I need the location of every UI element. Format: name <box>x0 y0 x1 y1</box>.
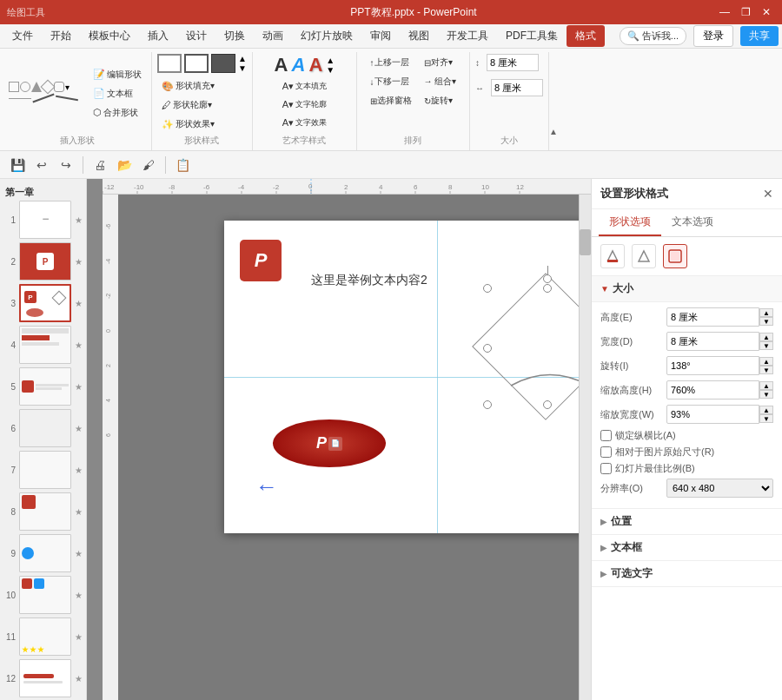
art-text-effect-button[interactable]: A▾ 文字效果 <box>278 115 331 131</box>
prop-width-up[interactable]: ▲ <box>759 333 773 341</box>
slide-item-11[interactable]: 11 ★ <box>3 617 83 656</box>
prop-height-down[interactable]: ▼ <box>759 317 773 326</box>
section-alttext[interactable]: ▶ 可选文字 <box>592 561 782 587</box>
prop-scale-h-input[interactable] <box>666 380 759 400</box>
copy-format-button[interactable]: 🖌 <box>138 155 159 175</box>
bring-forward-button[interactable]: ↑ 上移一层 <box>366 54 416 71</box>
menu-design[interactable]: 设计 <box>177 25 215 47</box>
edit-shape-button[interactable]: 📝 编辑形状 <box>89 66 146 83</box>
oval-red-shape[interactable]: P 📄 <box>273 419 386 467</box>
art-letter-a2[interactable]: A <box>292 54 306 76</box>
paste-button[interactable]: 📋 <box>172 155 193 175</box>
section-position[interactable]: ▶ 位置 <box>592 509 782 535</box>
shape-line1[interactable] <box>9 93 31 103</box>
shape-fill-button[interactable]: 🎨 形状填充▾ <box>157 77 219 95</box>
menu-slideshow[interactable]: 幻灯片放映 <box>292 25 361 47</box>
menu-insert[interactable]: 插入 <box>139 25 177 47</box>
rotate-button[interactable]: ↻ 旋转▾ <box>420 92 461 109</box>
minimize-button[interactable]: — <box>716 5 733 19</box>
tab-shape-options[interactable]: 形状选项 <box>599 209 661 236</box>
ppt-icon-topleft[interactable]: P <box>240 240 282 281</box>
handle-top-left[interactable] <box>483 284 492 293</box>
arrow-left-shape[interactable]: ← <box>255 473 278 500</box>
section-textbox[interactable]: ▶ 文本框 <box>592 535 782 561</box>
slide-thumb-10[interactable] <box>19 576 71 614</box>
open-button[interactable]: 📂 <box>114 155 135 175</box>
slide-item-1[interactable]: 1 一 ★ <box>3 201 83 239</box>
handle-bottom-left[interactable] <box>483 400 492 409</box>
print-preview-button[interactable]: 🖨 <box>89 155 110 175</box>
slide-best-fit-checkbox[interactable] <box>600 463 612 474</box>
menu-start[interactable]: 开始 <box>42 25 80 47</box>
art-letter-a1[interactable]: A <box>275 54 288 76</box>
slide-text-content[interactable]: 这里是举例文本内容2 <box>311 273 427 288</box>
send-backward-button[interactable]: ↓ 下移一层 <box>366 73 416 90</box>
shape-more-btn[interactable]: ▾ <box>65 82 70 92</box>
slide-thumb-5[interactable] <box>19 367 71 406</box>
slide-thumb-3[interactable]: P <box>19 284 71 322</box>
style-preset-1[interactable] <box>157 54 182 73</box>
slide-thumb-12[interactable] <box>19 659 71 697</box>
prop-scale-w-spinner[interactable]: ▲ ▼ <box>759 406 773 423</box>
tell-me-input[interactable]: 🔍 告诉我... <box>620 27 686 45</box>
rotate-handle[interactable] <box>543 266 552 283</box>
prop-scale-h-up[interactable]: ▲ <box>759 381 773 390</box>
prop-scale-w-down[interactable]: ▼ <box>759 414 773 423</box>
shape-outline-button[interactable]: 🖊 形状轮廓▾ <box>157 96 216 114</box>
prop-rotate-down[interactable]: ▼ <box>759 366 773 374</box>
undo-button[interactable]: ↩ <box>31 155 52 175</box>
art-text-outline-button[interactable]: A▾ 文字轮廓 <box>278 96 331 113</box>
style-preset-3[interactable] <box>211 54 235 73</box>
menu-transition[interactable]: 切换 <box>215 25 254 47</box>
slide-thumb-7[interactable] <box>19 451 71 489</box>
shape-line2[interactable] <box>32 93 55 103</box>
align-button[interactable]: ⊟ 对齐▾ <box>420 54 461 71</box>
panel-effects-icon-btn[interactable] <box>663 244 687 268</box>
slide-item-7[interactable]: 7 ★ <box>3 451 83 489</box>
prop-height-spinner[interactable]: ▲ ▼ <box>759 308 773 326</box>
shape-effect-button[interactable]: ✨ 形状效果▾ <box>157 116 219 133</box>
slide-item-12[interactable]: 12 ★ <box>3 659 83 697</box>
ribbon-width-input[interactable]: 8 厘米 <box>491 79 543 96</box>
prop-rotate-input[interactable] <box>666 356 759 375</box>
slide-thumb-2[interactable]: P <box>19 242 71 281</box>
slide-item-2[interactable]: 2 P ★ <box>3 242 83 281</box>
prop-width-spinner[interactable]: ▲ ▼ <box>759 333 773 350</box>
handle-top[interactable] <box>543 284 552 293</box>
style-more-btn[interactable]: ▲▼ <box>238 54 247 73</box>
prop-scale-h-down[interactable]: ▼ <box>759 390 773 399</box>
diamond-container[interactable]: ↻ <box>480 281 591 412</box>
slide-item-10[interactable]: 10 ★ <box>3 576 83 614</box>
text-box-button[interactable]: 📄 文本框 <box>89 85 146 102</box>
close-button[interactable]: ✕ <box>758 5 775 19</box>
prop-scale-h-spinner[interactable]: ▲ ▼ <box>759 381 773 399</box>
menu-animation[interactable]: 动画 <box>254 25 292 47</box>
shape-circle[interactable] <box>20 82 30 92</box>
prop-height-up[interactable]: ▲ <box>759 308 773 317</box>
slide-item-5[interactable]: 5 ★ <box>3 367 83 406</box>
lock-aspect-checkbox[interactable] <box>600 430 612 441</box>
prop-width-input[interactable] <box>666 332 759 351</box>
share-button[interactable]: 共享 <box>740 26 779 46</box>
slide-thumb-9[interactable] <box>19 534 71 572</box>
menu-template[interactable]: 模板中心 <box>80 25 139 47</box>
style-preset-2[interactable] <box>184 54 209 73</box>
slide-thumb-1[interactable]: 一 <box>19 201 71 239</box>
v-scrollbar[interactable] <box>579 195 591 700</box>
slide-thumb-6[interactable] <box>19 409 71 447</box>
menu-view[interactable]: 视图 <box>400 25 438 47</box>
shape-line3[interactable] <box>56 93 78 103</box>
prop-resolution-select[interactable]: 640 x 480 800 x 600 1024 x 768 <box>666 479 773 498</box>
panel-outline-icon-btn[interactable] <box>632 244 656 268</box>
panel-fill-icon-btn[interactable] <box>600 244 625 268</box>
art-text-more-btn[interactable]: ▲▼ <box>326 56 335 75</box>
slide-thumb-4[interactable] <box>19 326 71 364</box>
handle-left[interactable] <box>483 344 492 353</box>
slide-item-3[interactable]: 3 P ★ <box>3 284 83 322</box>
slide-item-9[interactable]: 9 ★ <box>3 534 83 572</box>
shape-rect[interactable] <box>9 82 19 92</box>
prop-rotate-spinner[interactable]: ▲ ▼ <box>759 357 773 374</box>
shape-diamond[interactable] <box>41 80 56 95</box>
prop-scale-w-input[interactable] <box>666 405 759 424</box>
menu-format[interactable]: 格式 <box>567 25 605 47</box>
